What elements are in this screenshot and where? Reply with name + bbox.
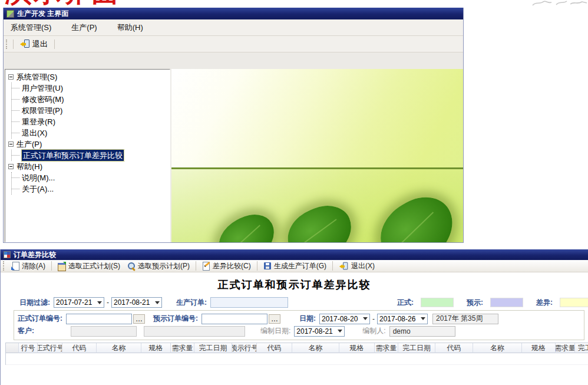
color-legend: 正式: 预示: 差异: (384, 298, 588, 308)
col-line-no[interactable]: 行号 (19, 343, 38, 353)
collapse-icon[interactable] (8, 164, 14, 169)
customer-input-2[interactable] (144, 326, 245, 337)
formal-no-browse-button[interactable]: … (133, 314, 145, 324)
col-spec-2[interactable]: 规格 (339, 343, 375, 353)
maker-readout: demo (389, 326, 455, 337)
order-date-to-combo[interactable]: 2017-08-26 (377, 314, 428, 324)
prod-order-input[interactable] (210, 297, 288, 308)
main-window-titlebar[interactable]: 生产开发 主界面 (4, 8, 463, 19)
formal-no-input[interactable] (66, 314, 132, 324)
background-leaf-image (171, 69, 463, 242)
tree-node-system[interactable]: 系统管理(S) (7, 71, 170, 83)
order-date-from-combo[interactable]: 2017-08-20 (319, 314, 370, 324)
col-name-1[interactable]: 名称 (97, 343, 141, 353)
col-forecast-line[interactable]: 预示行号 (232, 343, 257, 353)
legend-forecast-swatch (490, 298, 523, 307)
col-finish-date-1[interactable]: 完工日期 (194, 343, 232, 353)
filter-date-to-combo[interactable]: 2017-08-21 (111, 297, 162, 308)
filter-date-from-combo[interactable]: 2017-07-21 (54, 297, 104, 308)
col-spec-1[interactable]: 规格 (141, 343, 171, 353)
generate-order-button[interactable]: 生成生产订单(G) (260, 261, 330, 272)
tree-item-user-management[interactable]: 用户管理(U) (12, 83, 170, 94)
make-date-label: 编制日期: (260, 326, 290, 336)
compare-app-icon (4, 251, 11, 258)
col-name-2[interactable]: 名称 (292, 343, 339, 353)
col-finish-date-2[interactable]: 完工日期 (398, 343, 435, 353)
range-separator: - (372, 315, 375, 323)
selected-tree-item: 正式订单和预示订单差异比较 (22, 150, 124, 161)
date-filter-label: 日期过滤: (19, 298, 50, 308)
collapse-icon[interactable] (8, 142, 14, 147)
chevron-down-icon (421, 317, 425, 320)
col-code-3[interactable]: 代码 (435, 343, 473, 353)
magnifier-icon (127, 262, 136, 270)
col-spec-3[interactable]: 规格 (522, 343, 556, 353)
col-code-2[interactable]: 代码 (257, 343, 292, 353)
pick-formal-plan-button[interactable]: 选取正式计划(S) (54, 261, 124, 272)
toolbar-separator (257, 261, 257, 271)
table-header-row: 行号 正式行号 代码 名称 规格 需求量 完工日期 预示行号 代码 名称 规格 … (6, 343, 588, 353)
chevron-down-icon (155, 301, 160, 304)
tree-node-production[interactable]: 生产(P) (7, 139, 170, 150)
main-window: 生产开发 主界面 系统管理(S) 生产(P) 帮助(H) 退出 系统管理(S) … (3, 8, 464, 243)
col-name-3[interactable]: 名称 (473, 343, 522, 353)
clear-button[interactable]: 清除(A) (8, 261, 49, 272)
tree-item-permission[interactable]: 权限管理(P) (12, 105, 170, 116)
pick-forecast-plan-button[interactable]: 选取预示计划(P) (124, 261, 193, 272)
exit-button-label: 退出 (32, 39, 48, 50)
forecast-no-input[interactable] (201, 314, 267, 324)
legend-formal-swatch (421, 298, 454, 307)
handwriting-fragment (531, 0, 588, 7)
screen: { "decor": { "top_left_partial_text": "演… (0, 0, 588, 385)
tree-item-change-password[interactable]: 修改密码(M) (12, 94, 170, 105)
col-qty-3[interactable]: 需求量 (556, 343, 575, 353)
diff-compare-button[interactable]: 差异比较(C) (199, 261, 255, 272)
maker-label: 编制人: (362, 326, 385, 336)
customer-input[interactable] (71, 326, 137, 337)
tree-item-instructions[interactable]: 说明(M)... (12, 172, 170, 183)
toolbar-grip (6, 40, 8, 49)
exit-button[interactable]: 退出(X) (335, 261, 378, 272)
toolbar-separator (196, 261, 196, 271)
compare-toolbar: 清除(A) 选取正式计划(S) 选取预示计划(P) 差异比较(C) 生成生产订单… (1, 260, 588, 272)
toolbar-separator (332, 261, 333, 271)
col-qty-1[interactable]: 需求量 (171, 343, 194, 353)
tree-item-exit[interactable]: 退出(X) (12, 127, 170, 139)
forecast-no-browse-button[interactable]: … (269, 314, 280, 324)
menu-production[interactable]: 生产(P) (71, 22, 97, 33)
chevron-down-icon (363, 317, 368, 320)
make-date-combo[interactable]: 2017-08-21 (294, 326, 345, 337)
row-selector-header[interactable] (6, 343, 19, 353)
page-pencil-icon (202, 262, 210, 270)
filter-row: 日期过滤: 2017-07-21 - 2017-08-21 生产订单: 正式: … (1, 296, 588, 309)
collapse-icon[interactable] (8, 74, 14, 80)
formal-no-label: 正式订单编号: (18, 314, 62, 324)
date-label: 日期: (299, 314, 316, 324)
exit-button[interactable]: 退出 (16, 38, 52, 51)
col-formal-line-no[interactable]: 正式行号 (38, 343, 62, 353)
partial-red-heading: 演示界面 (5, 0, 140, 6)
menu-help[interactable]: 帮助(H) (117, 22, 143, 33)
col-finish-date-3[interactable]: 完工日期 (575, 343, 588, 353)
tree-item-order-compare[interactable]: 正式订单和预示订单差异比较 (12, 150, 170, 161)
tree-node-help[interactable]: 帮助(H) (7, 161, 170, 172)
compare-table: 行号 正式行号 代码 名称 规格 需求量 完工日期 预示行号 代码 名称 规格 … (5, 343, 588, 365)
menu-system-management[interactable]: 系统管理(S) (11, 22, 51, 33)
toolbar-grip (3, 261, 5, 271)
toolbar-separator (54, 40, 55, 49)
range-separator: - (107, 298, 109, 307)
col-code-1[interactable]: 代码 (62, 343, 97, 353)
tree-item-about[interactable]: 关于(A)... (12, 183, 170, 195)
form-row-1: 正式订单编号: … 预示订单编号: … 日期: 2017-08-20 - 201… (18, 312, 580, 325)
col-qty-2[interactable]: 需求量 (375, 343, 398, 353)
app-icon (6, 10, 14, 18)
compare-window-titlebar[interactable]: 订单差异比较 (1, 249, 588, 260)
chevron-down-icon (97, 301, 102, 304)
customer-label: 客户: (18, 326, 54, 336)
prod-order-label: 生产订单: (176, 298, 207, 308)
week-readout: 2017年 第35周 (432, 314, 498, 324)
main-toolbar: 退出 (4, 36, 463, 52)
chevron-down-icon (338, 330, 342, 333)
tree-item-relogin[interactable]: 重登录(R) (12, 116, 170, 127)
empty-table-body[interactable] (6, 353, 588, 365)
